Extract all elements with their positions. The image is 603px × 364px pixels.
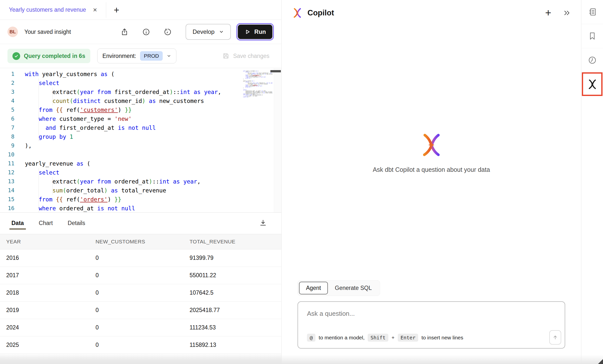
line-number: 13: [0, 177, 25, 186]
code-line[interactable]: 1with yearly_customers as (: [0, 70, 281, 79]
save-changes-label: Save changes: [233, 53, 269, 59]
table-cell: 115892.13: [190, 342, 281, 348]
hint-newlines-text: to insert new lines: [421, 335, 463, 341]
collapse-panel-icon[interactable]: [563, 9, 571, 17]
editor-scrollbar-thumb[interactable]: [270, 70, 281, 72]
question-placeholder: Ask a question...: [307, 310, 556, 318]
column-header-year[interactable]: YEAR: [0, 239, 96, 245]
at-key-badge: @: [307, 334, 315, 342]
download-icon[interactable]: [259, 219, 267, 227]
table-row[interactable]: 20180107642.5: [0, 284, 281, 302]
query-status-badge: Query completed in 6s: [7, 49, 90, 63]
mode-agent-button[interactable]: Agent: [299, 282, 328, 294]
code-line[interactable]: 10: [0, 150, 281, 159]
table-row[interactable]: 201902025418.77: [0, 302, 281, 319]
save-changes-button[interactable]: Save changes: [222, 52, 269, 59]
rail-item-notebook[interactable]: [581, 0, 603, 24]
editor-minimap[interactable]: with yearly_customers as ( select extrac…: [243, 71, 272, 97]
rail-item-history[interactable]: [581, 48, 603, 72]
table-cell: 2017: [0, 272, 96, 279]
table-row[interactable]: 20240111234.53: [0, 319, 281, 336]
new-chat-icon[interactable]: +: [545, 8, 551, 18]
code-line[interactable]: 5 from {{ ref('customers') }}: [0, 105, 281, 114]
results-panel: Data Chart Details YEAR NEW_CUSTOMERS TO…: [0, 212, 281, 364]
arrow-up-icon: [552, 334, 558, 340]
table-cell: 107642.5: [190, 289, 281, 296]
code-line[interactable]: 6 where customer_type = 'new': [0, 114, 281, 123]
results-tab-bar: Data Chart Details: [0, 213, 281, 234]
mode-segmented-control: Agent Generate SQL: [298, 280, 380, 296]
table-cell: 2024: [0, 324, 96, 331]
query-status-text: Query completed in 6s: [24, 53, 85, 59]
line-number: 7: [0, 123, 25, 132]
code-line[interactable]: 16 where ordered_at is not null: [0, 204, 281, 212]
code-line[interactable]: 13 extract(year from ordered_at)::int as…: [0, 177, 281, 186]
rail-item-bookmarks[interactable]: [581, 24, 603, 48]
enter-key-badge: Enter: [398, 334, 418, 342]
history-icon[interactable]: [164, 28, 172, 36]
tab-chart[interactable]: Chart: [39, 220, 53, 234]
run-button[interactable]: Run: [238, 25, 272, 39]
table-cell: 0: [96, 272, 190, 279]
save-icon: [222, 52, 229, 59]
question-input[interactable]: Ask a question... @ to mention a model, …: [298, 301, 565, 349]
tab-yearly-customers-and-revenue[interactable]: Yearly customers and revenue ×: [0, 0, 106, 20]
column-header-total-revenue[interactable]: TOTAL_REVENUE: [190, 239, 281, 245]
table-row[interactable]: 2016091399.79: [0, 249, 281, 267]
status-bar: Query completed in 6s Environment: PROD …: [0, 44, 281, 68]
tab-details[interactable]: Details: [68, 220, 85, 234]
check-circle-icon: [12, 52, 20, 60]
line-number: 8: [0, 132, 25, 141]
right-icon-rail: [581, 0, 603, 364]
mode-generate-sql-button[interactable]: Generate SQL: [328, 282, 379, 294]
share-icon[interactable]: [121, 28, 128, 36]
clock-icon: [588, 56, 597, 65]
code-line[interactable]: 11yearly_revenue as (: [0, 159, 281, 168]
column-header-new-customers[interactable]: NEW_CUSTOMERS: [96, 239, 190, 245]
table-row[interactable]: 20250115892.13: [0, 336, 281, 354]
copilot-empty-text: Ask dbt Copilot a question about your da…: [373, 166, 490, 173]
editor-scrollbar[interactable]: [274, 68, 281, 212]
table-cell: 550011.22: [190, 272, 281, 279]
resize-grip[interactable]: [598, 359, 603, 364]
line-number: 15: [0, 195, 25, 204]
sql-editor[interactable]: 1with yearly_customers as (2 select3 ext…: [0, 68, 281, 212]
info-icon[interactable]: [142, 28, 150, 36]
hint-plus-text: +: [392, 335, 395, 341]
rail-item-copilot[interactable]: [582, 72, 603, 96]
composer-hint: @ to mention a model, Shift + Enter to i…: [307, 334, 463, 342]
code-line[interactable]: 15 from {{ ref('orders') }}: [0, 195, 281, 204]
code-line[interactable]: 8 group by 1: [0, 132, 281, 141]
code-line[interactable]: 7 and first_ordered_at is not null: [0, 123, 281, 132]
develop-dropdown[interactable]: Develop: [186, 24, 231, 40]
line-number: 6: [0, 114, 25, 123]
copilot-title: Copilot: [307, 8, 334, 17]
line-number: 2: [0, 79, 25, 88]
avatar: BL: [7, 27, 18, 37]
insight-title: Your saved insight: [24, 29, 71, 35]
minimap-line: order by 1: [243, 96, 272, 97]
code-line[interactable]: 14 sum(order_total) as total_revenue: [0, 186, 281, 195]
app-window: Yearly customers and revenue × + BL Your…: [0, 0, 603, 364]
copilot-header: Copilot +: [282, 0, 581, 26]
code-line[interactable]: 4 count(distinct customer_id) as new_cus…: [0, 96, 281, 105]
header-icon-group: [121, 28, 172, 36]
send-button[interactable]: [549, 330, 561, 345]
close-tab-icon[interactable]: ×: [93, 6, 97, 13]
code-line[interactable]: 12 select: [0, 168, 281, 177]
environment-selector[interactable]: Environment: PROD: [97, 48, 176, 63]
copilot-logo-icon: [292, 8, 302, 18]
line-number: 1: [0, 70, 25, 79]
code-line[interactable]: 9),: [0, 141, 281, 150]
bookmark-icon: [588, 32, 597, 41]
hint-mention-text: to mention a model,: [319, 335, 364, 341]
code-line[interactable]: 2 select: [0, 79, 281, 88]
table-cell: 91399.79: [190, 255, 281, 261]
tab-data[interactable]: Data: [11, 220, 24, 234]
copilot-actions: +: [545, 8, 571, 18]
new-tab-button[interactable]: +: [106, 5, 127, 15]
line-number: 14: [0, 186, 25, 195]
code-line[interactable]: 3 extract(year from first_ordered_at)::i…: [0, 88, 281, 96]
line-number: 5: [0, 105, 25, 114]
table-row[interactable]: 20170550011.22: [0, 267, 281, 284]
